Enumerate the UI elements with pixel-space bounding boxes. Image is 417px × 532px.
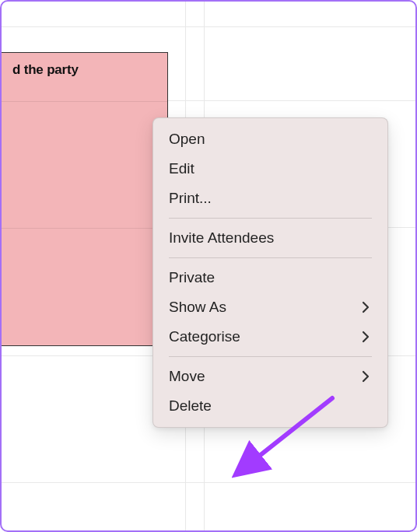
menu-show-as-label: Show As xyxy=(169,299,226,316)
menu-print-label: Print... xyxy=(169,190,212,207)
menu-categorise-label: Categorise xyxy=(169,328,240,345)
menu-invite-attendees[interactable]: Invite Attendees xyxy=(153,223,387,253)
menu-open[interactable]: Open xyxy=(153,124,387,154)
context-menu: Open Edit Print... Invite Attendees Priv… xyxy=(152,117,388,428)
menu-move[interactable]: Move xyxy=(153,362,387,391)
menu-delete[interactable]: Delete xyxy=(153,391,387,421)
menu-delete-label: Delete xyxy=(169,397,212,415)
menu-print[interactable]: Print... xyxy=(153,184,387,213)
chevron-right-icon xyxy=(359,370,372,383)
chevron-right-icon xyxy=(359,301,372,313)
menu-separator xyxy=(169,356,372,357)
menu-show-as[interactable]: Show As xyxy=(153,292,387,322)
menu-open-label: Open xyxy=(169,131,205,148)
menu-private[interactable]: Private xyxy=(153,263,387,292)
menu-categorise[interactable]: Categorise xyxy=(153,322,387,352)
menu-move-label: Move xyxy=(169,368,205,385)
menu-invite-label: Invite Attendees xyxy=(169,229,274,247)
chevron-right-icon xyxy=(359,331,372,343)
menu-separator xyxy=(169,218,372,219)
menu-edit-label: Edit xyxy=(169,160,194,177)
menu-edit[interactable]: Edit xyxy=(153,154,387,184)
menu-private-label: Private xyxy=(169,269,215,286)
menu-separator xyxy=(169,257,372,258)
calendar-event[interactable]: d the party xyxy=(2,52,168,346)
event-title: d the party xyxy=(12,62,156,78)
